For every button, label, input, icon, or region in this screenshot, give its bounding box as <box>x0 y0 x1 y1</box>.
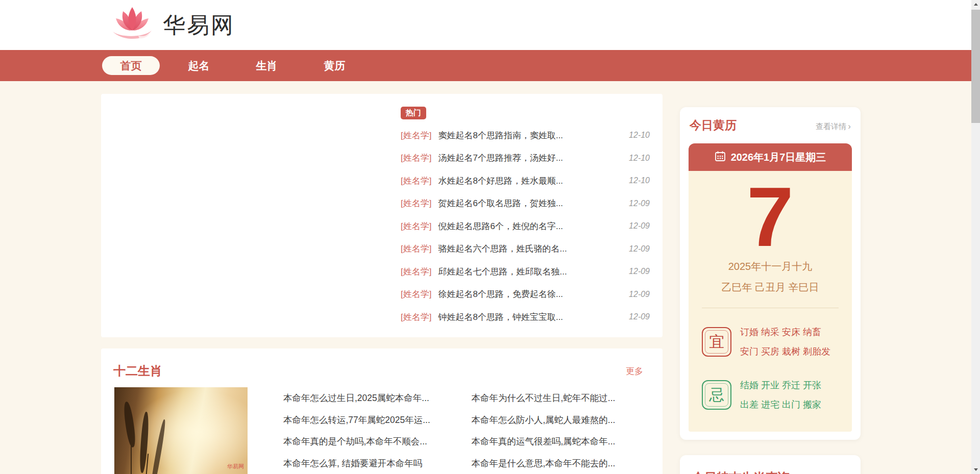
avoid-items: 结婚 开业 乔迁 开张 出差 进宅 出门 搬家 <box>740 376 821 414</box>
divider <box>702 308 839 308</box>
nav-tab-home[interactable]: 首页 <box>102 56 160 75</box>
avoid-row: 忌 结婚 开业 乔迁 开张 出差 进宅 出门 搬家 <box>702 376 845 414</box>
avoid-items-line2: 出差 进宅 出门 搬家 <box>740 395 821 414</box>
nav-tab-naming[interactable]: 起名 <box>170 56 228 75</box>
article-date: 12-09 <box>629 221 650 231</box>
article-row[interactable]: [姓名学] 汤姓起名7个思路推荐，汤姓好... 12-10 <box>401 147 650 170</box>
plant-silhouette <box>122 401 137 447</box>
avoid-items-line1: 结婚 开业 乔迁 开张 <box>740 376 821 395</box>
calendar-widget: 2026年1月7日星期三 7 2025年十一月十九 乙巳年 己丑月 辛巳日 宜 … <box>689 143 852 432</box>
article-category-tag[interactable]: [姓名学] <box>401 243 431 255</box>
almanac-header: 今日黄历 查看详情› <box>689 117 852 133</box>
article-title-link[interactable]: 钟姓起名8个思路，钟姓宝宝取... <box>438 311 623 323</box>
zodiac-article-link[interactable]: 本命年真的运气很差吗,属蛇本命年... <box>472 431 643 453</box>
zodiac-article-link[interactable]: 本命年为什么不过生日,蛇年不能过... <box>472 387 643 409</box>
article-row[interactable]: [姓名学] 骆姓起名六个思路，姓氏骆的名... 12-09 <box>401 238 650 261</box>
vertical-scrollbar[interactable] <box>971 0 980 474</box>
suitable-seal-icon: 宜 <box>702 327 731 357</box>
hot-articles-panel: 热门 [姓名学] 窦姓起名8个思路指南，窦姓取... 12-10 [姓名学] <box>401 107 650 329</box>
hot-articles-card: 热门 [姓名学] 窦姓起名8个思路指南，窦姓取... 12-10 [姓名学] <box>101 94 663 337</box>
article-category-tag[interactable]: [姓名学] <box>401 130 431 141</box>
zodiac-article-link[interactable]: 本命年是什么意思,本命年不能去的... <box>472 453 643 474</box>
article-row[interactable]: [姓名学] 窦姓起名8个思路指南，窦姓取... 12-10 <box>401 124 650 147</box>
avoid-seal-icon: 忌 <box>702 380 731 410</box>
article-row[interactable]: [姓名学] 钟姓起名8个思路，钟姓宝宝取... 12-09 <box>401 306 650 329</box>
lucky-zodiac-card: 今日特吉生肖查询 <box>680 455 861 474</box>
hot-article-list: [姓名学] 窦姓起名8个思路指南，窦姓取... 12-10 [姓名学] 汤姓起名… <box>401 124 650 329</box>
almanac-title: 今日黄历 <box>690 117 737 133</box>
suitable-items-line1: 订婚 纳采 安床 纳畜 <box>740 322 830 342</box>
calendar-date-text: 2026年1月7日星期三 <box>731 151 826 164</box>
main-nav: 首页 起名 生肖 黄历 <box>0 50 980 81</box>
hot-badge: 热门 <box>401 107 426 119</box>
article-date: 12-09 <box>629 312 650 321</box>
site-title[interactable]: 华易网 <box>163 10 235 40</box>
nav-tab-almanac[interactable]: 黄历 <box>306 56 363 75</box>
article-title-link[interactable]: 水姓起名8个好思路，姓水最顺... <box>438 175 623 187</box>
article-title-link[interactable]: 邱姓起名七个思路，姓邱取名独... <box>438 266 623 278</box>
article-category-tag[interactable]: [姓名学] <box>401 197 431 209</box>
article-title-link[interactable]: 汤姓起名7个思路推荐，汤姓好... <box>438 152 623 164</box>
zodiac-section-body: 华易网 本命年怎么过生日,2025属蛇本命年...本命年怎么转运,77年属蛇20… <box>101 387 663 474</box>
zodiac-section-header: 十二生肖 更多 <box>101 348 663 379</box>
zodiac-links-right-column: 本命年为什么不过生日,蛇年不能过...本命年怎么防小人,属蛇人最难熬的...本命… <box>472 387 643 474</box>
chevron-right-icon: › <box>848 121 851 131</box>
zodiac-article-link[interactable]: 本命年怎么过生日,2025属蛇本命年... <box>283 387 454 409</box>
suitable-items: 订婚 纳采 安床 纳畜 安门 买房 栽树 剃胎发 <box>740 322 830 361</box>
sidebar: 今日黄历 查看详情› <box>680 94 861 474</box>
almanac-detail-link[interactable]: 查看详情› <box>816 121 851 132</box>
image-watermark: 华易网 <box>227 463 244 470</box>
article-category-tag[interactable]: [姓名学] <box>401 175 431 187</box>
lucky-zodiac-title: 今日特吉生肖查询 <box>692 469 848 474</box>
day-number: 7 <box>689 174 852 260</box>
article-row[interactable]: [姓名学] 徐姓起名8个思路，免费起名徐... 12-09 <box>401 283 650 306</box>
zodiac-article-link[interactable]: 本命年真的是个劫吗,本命年不顺会... <box>283 431 454 453</box>
main-column: 热门 [姓名学] 窦姓起名8个思路指南，窦姓取... 12-10 [姓名学] <box>101 94 663 474</box>
zodiac-links-left-column: 本命年怎么过生日,2025属蛇本命年...本命年怎么转运,77年属蛇2025年运… <box>283 387 454 474</box>
article-title-link[interactable]: 徐姓起名8个思路，免费起名徐... <box>438 288 623 300</box>
scrollbar-up-arrow[interactable] <box>971 0 980 9</box>
content: 热门 [姓名学] 窦姓起名8个思路指南，窦姓取... 12-10 [姓名学] <box>0 81 980 474</box>
article-row[interactable]: [姓名学] 水姓起名8个好思路，姓水最顺... 12-10 <box>401 169 650 192</box>
scrollbar-down-arrow[interactable] <box>971 465 980 474</box>
article-category-tag[interactable]: [姓名学] <box>401 152 431 164</box>
scrollbar-thumb[interactable] <box>971 10 980 123</box>
article-date: 12-10 <box>629 154 650 163</box>
article-category-tag[interactable]: [姓名学] <box>401 220 431 232</box>
article-row[interactable]: [姓名学] 倪姓起名思路6个，姓倪的名字... 12-09 <box>401 215 650 238</box>
zodiac-article-link[interactable]: 本命年怎么防小人,属蛇人最难熬的... <box>472 409 643 431</box>
zodiac-section-card: 十二生肖 更多 华易网 本命年怎么过生日,2 <box>101 348 663 474</box>
nav-tab-zodiac[interactable]: 生肖 <box>238 56 296 75</box>
site-logo[interactable]: 华易网 <box>109 5 235 45</box>
article-date: 12-09 <box>629 290 650 299</box>
lotus-logo-icon <box>109 5 156 45</box>
suitable-row: 宜 订婚 纳采 安床 纳畜 安门 买房 栽树 剃胎发 <box>702 322 845 361</box>
article-category-tag[interactable]: [姓名学] <box>401 288 431 300</box>
zodiac-article-link[interactable]: 本命年怎么算, 结婚要避开本命年吗 <box>283 453 454 474</box>
site-header: 华易网 <box>0 0 980 50</box>
article-date: 12-09 <box>629 199 650 208</box>
article-date: 12-10 <box>629 176 650 185</box>
plant-stem <box>131 438 132 474</box>
zodiac-article-link[interactable]: 本命年怎么转运,77年属蛇2025年运... <box>283 409 454 431</box>
zodiac-thumbnail-image[interactable]: 华易网 <box>114 387 248 474</box>
article-title-link[interactable]: 窦姓起名8个思路指南，窦姓取... <box>438 130 623 141</box>
calendar-icon <box>715 151 726 164</box>
lunar-date: 2025年十一月十九 <box>689 260 852 273</box>
article-category-tag[interactable]: [姓名学] <box>401 266 431 278</box>
zodiac-more-link[interactable]: 更多 <box>626 365 643 377</box>
article-row[interactable]: [姓名学] 邱姓起名七个思路，姓邱取名独... 12-09 <box>401 260 650 283</box>
article-title-link[interactable]: 倪姓起名思路6个，姓倪的名字... <box>438 220 623 232</box>
article-title-link[interactable]: 贺姓起名6个取名思路，贺姓独... <box>438 197 623 209</box>
article-row[interactable]: [姓名学] 贺姓起名6个取名思路，贺姓独... 12-09 <box>401 192 650 215</box>
plant-silhouette <box>149 419 167 474</box>
calendar-body: 7 2025年十一月十九 乙巳年 己丑月 辛巳日 宜 订婚 纳采 安床 纳畜 安… <box>689 171 852 432</box>
plant-silhouette <box>139 412 150 473</box>
ganzhi-date: 乙巳年 己丑月 辛巳日 <box>689 281 852 294</box>
article-title-link[interactable]: 骆姓起名六个思路，姓氏骆的名... <box>438 243 623 255</box>
article-category-tag[interactable]: [姓名学] <box>401 311 431 323</box>
article-date: 12-10 <box>629 131 650 140</box>
suitable-items-line2: 安门 买房 栽树 剃胎发 <box>740 342 830 361</box>
zodiac-links: 本命年怎么过生日,2025属蛇本命年...本命年怎么转运,77年属蛇2025年运… <box>283 387 663 474</box>
almanac-card: 今日黄历 查看详情› <box>680 107 861 440</box>
